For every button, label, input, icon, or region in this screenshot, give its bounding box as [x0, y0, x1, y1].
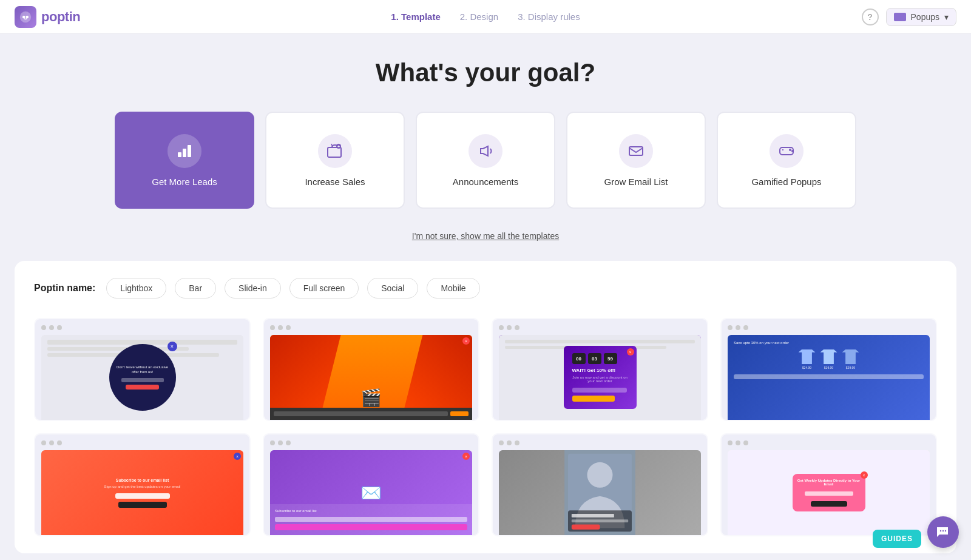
leads-label: Get More Leads [152, 177, 217, 187]
template-4[interactable]: Save upto 30% on your next order $24.99 … [720, 318, 937, 421]
template-8-browser: × Get Weekly Updates Directly to Your Em… [722, 434, 936, 535]
template-6-close: × [462, 453, 470, 460]
shirt-2: $19.99 [820, 349, 837, 369]
chat-button[interactable] [927, 516, 959, 548]
dot [515, 440, 519, 445]
sales-icon-circle: + [318, 134, 352, 168]
envelope-icon: ✉️ [360, 483, 382, 503]
sales-label: Increase Sales [305, 177, 365, 187]
browser-dots-7 [499, 440, 701, 445]
timer-hours: 00 [572, 353, 586, 364]
template-5-desc: Sign up and get the best updates on your… [104, 485, 181, 488]
dot [41, 325, 46, 330]
filter-bar[interactable]: Bar [175, 278, 216, 299]
popups-label: Popups [911, 12, 939, 22]
template-1[interactable]: × Don't leave without an exclusive offer… [34, 318, 251, 421]
template-7-preview [499, 450, 701, 535]
camera-icon: 🎬 [360, 388, 382, 408]
email-icon-circle [619, 134, 653, 168]
curtain-right [401, 335, 472, 420]
dot [49, 440, 54, 445]
show-all-link[interactable]: I'm not sure, show me all the templates [412, 231, 559, 241]
template-4-browser: Save upto 30% on your next order $24.99 … [722, 319, 936, 420]
logo: poptin [15, 6, 80, 28]
template-6[interactable]: × ✉️ Subscribe to our email list [263, 433, 479, 536]
template-3[interactable]: × 00 03 59 WAIT! Get 10% off! Join us no… [492, 318, 708, 421]
main-content: What's your goal? Get More Leads [0, 34, 971, 560]
filter-section: Poptin name: Lightbox Bar Slide-in Full … [15, 261, 956, 553]
announcements-label: Announcements [453, 177, 518, 187]
dot [499, 325, 504, 330]
svg-rect-5 [188, 145, 191, 157]
browser-dots-5 [41, 440, 243, 445]
svg-point-0 [20, 11, 31, 22]
template-2[interactable]: × 🎬 [263, 318, 479, 421]
svg-rect-4 [183, 149, 186, 157]
template-3-browser: × 00 03 59 WAIT! Get 10% off! Join us no… [493, 319, 707, 420]
page-title: What's your goal? [15, 58, 956, 87]
dot [57, 325, 62, 330]
dot [743, 325, 748, 330]
goal-sales[interactable]: + Increase Sales [265, 112, 405, 209]
template-6-form: Subscribe to our email list [270, 504, 472, 535]
template-6-input [275, 517, 467, 522]
svg-rect-3 [178, 152, 181, 157]
svg-point-12 [791, 150, 794, 152]
template-7[interactable] [492, 433, 708, 536]
svg-point-2 [25, 15, 29, 18]
template-2-close: × [462, 337, 470, 345]
filter-mobile[interactable]: Mobile [427, 278, 479, 299]
timer-minutes: 03 [588, 353, 601, 364]
goal-gamified[interactable]: Gamified Popups [717, 112, 856, 209]
shirt-1: $24.99 [799, 349, 816, 369]
goals-row: Get More Leads + Increase Sales [15, 112, 956, 209]
template-8-input [805, 491, 853, 496]
template-5[interactable]: × Subscribe to our email list Sign up an… [34, 433, 251, 536]
template-2-btn [450, 411, 469, 416]
filter-fullscreen[interactable]: Full screen [289, 278, 359, 299]
svg-rect-17 [572, 514, 614, 518]
announcements-icon-circle [469, 134, 502, 168]
goal-leads[interactable]: Get More Leads [115, 112, 254, 209]
popups-icon [894, 13, 906, 21]
template-1-input [121, 378, 164, 382]
template-3-close: × [627, 348, 634, 356]
gamified-label: Gamified Popups [751, 177, 821, 187]
template-3-btn [572, 396, 615, 402]
filter-lightbox[interactable]: Lightbox [106, 278, 166, 299]
filter-social[interactable]: Social [367, 278, 418, 299]
dot [41, 440, 46, 445]
leads-icon-circle [167, 134, 201, 168]
dot [57, 440, 62, 445]
template-2-browser: × 🎬 [264, 319, 478, 420]
template-2-form [270, 408, 472, 420]
template-1-browser: × Don't leave without an exclusive offer… [35, 319, 249, 420]
goal-announcements[interactable]: Announcements [416, 112, 555, 209]
template-6-btn [275, 524, 467, 530]
shirt-icon-3 [842, 349, 859, 364]
popups-button[interactable]: Popups ▾ [886, 8, 956, 26]
template-1-close: × [167, 342, 177, 351]
step-template[interactable]: 1. Template [391, 12, 440, 22]
guides-button[interactable]: GUIDES [873, 530, 921, 548]
browser-dots-1 [41, 325, 243, 330]
step-display-rules[interactable]: 3. Display rules [518, 12, 580, 22]
browser-dots-3 [499, 325, 701, 330]
help-button[interactable]: ? [862, 8, 879, 25]
goal-email[interactable]: Grow Email List [566, 112, 706, 209]
svg-point-23 [940, 530, 941, 531]
template-8[interactable]: × Get Weekly Updates Directly to Your Em… [720, 433, 937, 536]
step-design[interactable]: 2. Design [460, 12, 498, 22]
shirt-icon-2 [820, 349, 837, 364]
svg-rect-6 [328, 147, 341, 157]
chevron-down-icon: ▾ [944, 12, 949, 22]
template-7-photo [499, 450, 701, 535]
dot [507, 325, 512, 330]
template-1-text: Don't leave without an exclusive offer f… [115, 365, 170, 375]
template-1-preview: × Don't leave without an exclusive offer… [41, 335, 243, 420]
filter-row: Poptin name: Lightbox Bar Slide-in Full … [34, 278, 937, 299]
svg-rect-10 [780, 147, 793, 155]
filter-slide-in[interactable]: Slide-in [225, 278, 281, 299]
gamified-icon-circle [770, 134, 804, 168]
template-4-btn [734, 374, 924, 379]
